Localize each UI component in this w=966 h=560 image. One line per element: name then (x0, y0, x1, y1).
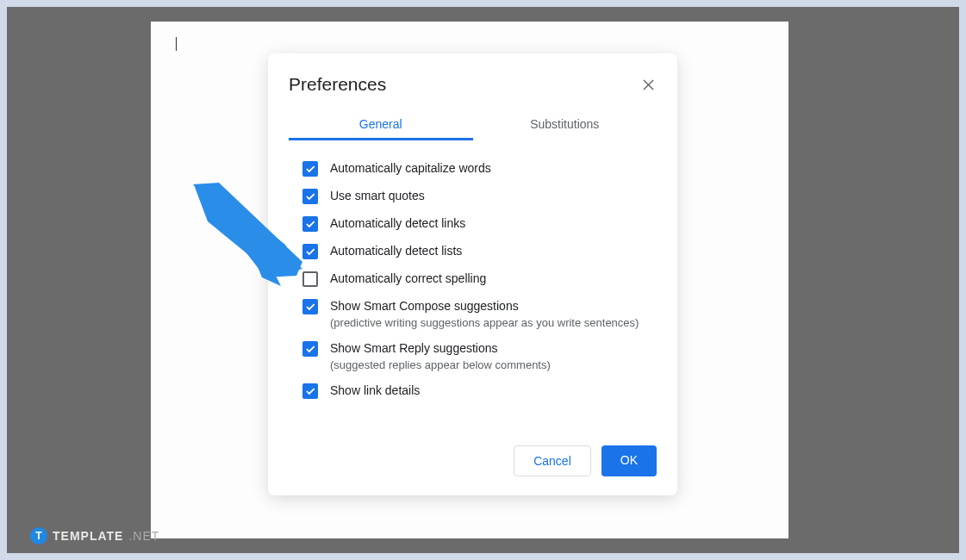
checkbox-auto-capitalize[interactable] (302, 161, 318, 177)
cancel-button[interactable]: Cancel (514, 445, 591, 476)
checkbox-detect-links[interactable] (302, 216, 318, 232)
ok-button[interactable]: OK (601, 445, 657, 476)
option-detect-links: Automatically detect links (302, 216, 643, 232)
preferences-dialog: Preferences General Substitutions Automa… (268, 53, 677, 495)
close-icon[interactable] (639, 76, 657, 93)
option-label: Automatically detect links (330, 216, 465, 230)
dialog-buttons: Cancel OK (268, 411, 677, 476)
option-description: (predictive writing suggestions appear a… (330, 316, 639, 329)
option-label: Show link details (330, 383, 420, 397)
checkbox-link-details[interactable] (302, 383, 318, 399)
checkbox-detect-lists[interactable] (302, 244, 318, 259)
dialog-title: Preferences (289, 74, 386, 95)
option-smart-compose: Show Smart Compose suggestions (predicti… (302, 299, 643, 329)
checkbox-smart-reply[interactable] (302, 341, 318, 357)
tab-general[interactable]: General (289, 110, 473, 140)
option-label: Use smart quotes (330, 189, 425, 202)
tab-substitutions[interactable]: Substitutions (473, 110, 658, 140)
checkbox-correct-spelling[interactable] (302, 271, 318, 287)
dialog-header: Preferences (268, 74, 677, 110)
option-detect-lists: Automatically detect lists (302, 244, 643, 259)
watermark: T TEMPLATE.NET (30, 527, 159, 544)
checkbox-smart-quotes[interactable] (302, 189, 318, 204)
option-label: Show Smart Reply suggestions (330, 341, 551, 355)
watermark-suffix: .NET (128, 529, 159, 543)
option-label: Automatically correct spelling (330, 271, 486, 285)
option-correct-spelling: Automatically correct spelling (302, 271, 643, 287)
text-cursor (176, 37, 177, 51)
option-smart-reply: Show Smart Reply suggestions (suggested … (302, 341, 643, 371)
option-label: Automatically detect lists (330, 244, 462, 258)
option-smart-quotes: Use smart quotes (302, 189, 643, 204)
checkbox-smart-compose[interactable] (302, 299, 318, 314)
option-label: Automatically capitalize words (330, 161, 491, 175)
option-link-details: Show link details (302, 383, 643, 399)
option-description: (suggested replies appear below comments… (330, 358, 551, 371)
option-auto-capitalize: Automatically capitalize words (302, 161, 643, 177)
watermark-brand: TEMPLATE (53, 529, 123, 543)
watermark-icon: T (30, 527, 47, 544)
tabs: General Substitutions (268, 110, 677, 140)
option-label: Show Smart Compose suggestions (330, 299, 639, 313)
options-list: Automatically capitalize words Use smart… (268, 161, 677, 399)
